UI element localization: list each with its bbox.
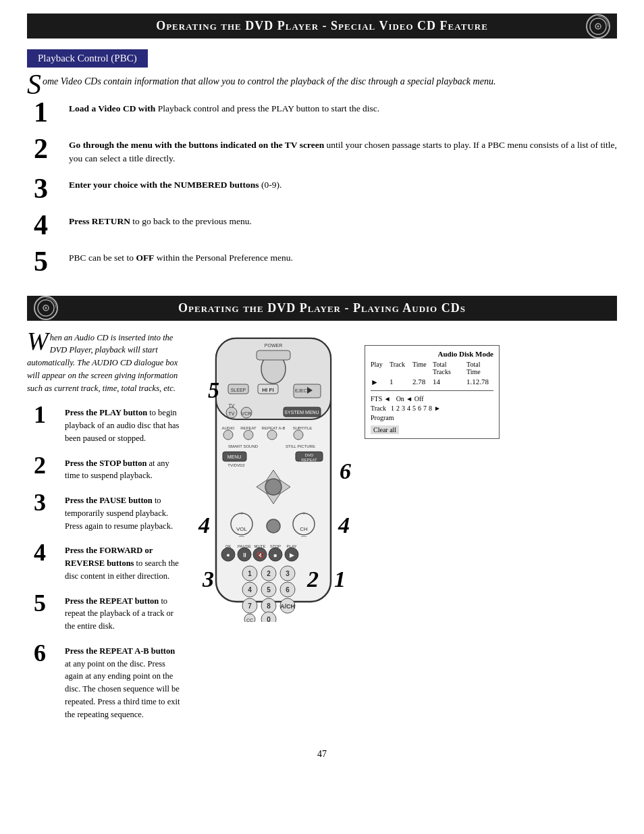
svg-text:REPEAT: REPEAT [240, 426, 257, 430]
svg-text:STILL PICTURE: STILL PICTURE [286, 444, 315, 448]
track-3: 3 [402, 405, 405, 412]
step-2-2: 2 Press the STOP button at any time to s… [34, 453, 182, 483]
svg-text:POWER: POWER [265, 343, 282, 348]
svg-point-32 [244, 430, 253, 440]
svg-text:VCR: VCR [242, 411, 252, 416]
audio-disk-mode-panel: Audio Disk Mode Play Track Time Total Tr… [365, 338, 500, 439]
svg-text:🔇: 🔇 [257, 551, 265, 559]
section2-title: Operating the DVD Player - Playing Audio… [178, 301, 466, 315]
page-number: 47 [27, 749, 617, 760]
page: Operating the DVD Player - Special Video… [0, 0, 644, 834]
clear-all-button[interactable]: Clear all [371, 425, 399, 434]
svg-text:—: — [239, 533, 244, 539]
fts-label: FTS ◄ [371, 395, 391, 402]
svg-text:REPEAT A-B: REPEAT A-B [262, 426, 286, 430]
section1-content: Playback Control (PBC) S ome Video CDs c… [27, 49, 617, 276]
remote-label-4-right: 4 [338, 513, 350, 538]
section1-intro: S ome Video CDs contain information that… [27, 74, 617, 88]
step-bold-1-4: Press RETURN [69, 216, 130, 226]
audio-table-row1: ► 1 2.78 14 1.12.78 [371, 377, 493, 391]
section1-title: Operating the DVD Player - Special Video… [156, 19, 488, 33]
section2-intro: W hen an Audio CD is inserted into the D… [27, 332, 182, 395]
step-text-1-3: Enter your choice with the NUMBERED butt… [69, 174, 281, 192]
program-row: Program [371, 414, 493, 421]
track-1: 1 [391, 405, 394, 412]
track-row: Track 1 2 3 4 5 6 7 8 ► [371, 405, 493, 412]
step-text-2-6: Press the REPEAT A-B button at any point… [65, 641, 182, 721]
remote-svg: POWER SLEEP HI FI EJECT TV TV VCR [196, 332, 351, 622]
section2-left: W hen an Audio CD is inserted into the D… [27, 332, 182, 729]
svg-text:●: ● [226, 552, 230, 558]
track-2: 2 [396, 405, 400, 412]
sub-header-pbc: Playback Control (PBC) [27, 49, 148, 68]
audio-disk-title: Audio Disk Mode [371, 350, 493, 358]
step-1-3: 3 Enter your choice with the NUMBERED bu… [34, 174, 617, 203]
svg-text:6: 6 [286, 586, 290, 594]
svg-text:SLEEP: SLEEP [231, 388, 246, 392]
svg-text:REPEAT: REPEAT [301, 458, 317, 462]
total-time-val: 1.12.78 [466, 377, 493, 388]
svg-point-47 [265, 479, 281, 495]
step-1-2: 2 Go through the menu with the buttons i… [34, 134, 617, 166]
step-num-2-2: 2 [34, 453, 58, 477]
svg-text:■: ■ [274, 552, 277, 558]
step-bold-2-1: Press the PLAY button [65, 408, 147, 417]
step-text-2-1: Press the PLAY button to begin playback … [65, 402, 182, 444]
step-text-1-2: Go through the menu with the buttons ind… [69, 134, 617, 166]
total-tracks-val: 14 [433, 377, 462, 388]
drop-cap-s: S [27, 74, 41, 96]
step-2-5: 5 Press the REPEAT button to repeat the … [34, 591, 182, 633]
svg-text:▶: ▶ [290, 552, 294, 558]
step-bold-2-2: Press the STOP button [65, 459, 146, 468]
section1-steps: 1 Load a Video CD with Playback control … [34, 98, 617, 276]
step-text-2-5: Press the REPEAT button to repeat the pl… [65, 591, 182, 633]
step-1-1: 1 Load a Video CD with Playback control … [34, 98, 617, 126]
svg-text:VOL: VOL [236, 526, 248, 532]
col-total-tracks: Total Tracks [433, 361, 462, 375]
drop-cap-w: W [27, 332, 49, 351]
step-2-4: 4 Press the FORWARD or REVERSE buttons t… [34, 540, 182, 582]
step-bold-1-5: OFF [136, 253, 154, 263]
section2-body: W hen an Audio CD is inserted into the D… [27, 332, 617, 729]
step-2-1: 1 Press the PLAY button to begin playbac… [34, 402, 182, 444]
section1-intro-text: ome Video CDs contain information that a… [43, 76, 495, 86]
svg-rect-11 [257, 350, 290, 360]
step-num-2-4: 4 [34, 540, 58, 565]
svg-point-33 [267, 430, 277, 440]
svg-text:CH: CH [300, 526, 308, 532]
svg-text:SYSTEM MENU: SYSTEM MENU [284, 410, 319, 415]
step-text-2-2: Press the STOP button at any time to sus… [65, 453, 182, 483]
step-text-1-5: PBC can be set to OFF within the Persona… [69, 247, 293, 265]
step-bold-2-3: Press the PAUSE button [65, 496, 153, 505]
step-bold-2-5: Press the REPEAT button [65, 596, 159, 606]
step-bold-1-2: Go through the menu with the buttons ind… [69, 140, 324, 150]
svg-text:1: 1 [248, 570, 252, 577]
remote-label-3: 3 [203, 567, 214, 592]
section2-steps: 1 Press the PLAY button to begin playbac… [34, 402, 182, 721]
step-text-2-3: Press the PAUSE button to temporarily su… [65, 490, 182, 532]
remote-label-2: 2 [307, 567, 319, 592]
svg-text:—: — [301, 533, 306, 539]
svg-text:SUBTITLE: SUBTITLE [293, 426, 313, 430]
svg-text:8: 8 [267, 602, 271, 610]
step-num-1-1: 1 [34, 98, 62, 126]
svg-text:DVD: DVD [305, 453, 314, 457]
step-num-1-2: 2 [34, 134, 62, 163]
step-2-3: 3 Press the PAUSE button to temporarily … [34, 490, 182, 532]
section2-content: W hen an Audio CD is inserted into the D… [27, 332, 617, 729]
svg-point-3 [597, 25, 599, 27]
remote-diagram: POWER SLEEP HI FI EJECT TV TV VCR [196, 332, 351, 625]
step-bold-1-1: Load a Video CD with [69, 103, 155, 113]
svg-text:7: 7 [248, 602, 252, 610]
svg-text:A/CH: A/CH [280, 603, 295, 610]
step-text-1-4: Press RETURN to go back to the previous … [69, 211, 252, 228]
section2-header: Operating the DVD Player - Playing Audio… [27, 296, 617, 321]
track-7: 7 [423, 405, 427, 412]
sub-header-text: Playback Control (PBC) [38, 53, 137, 63]
step-num-2-6: 6 [34, 641, 58, 665]
track-4: 4 [407, 405, 410, 412]
track-val: 1 [390, 377, 408, 388]
step-num-1-5: 5 [34, 247, 62, 276]
svg-text:MENU: MENU [227, 454, 242, 459]
remote-label-6: 6 [340, 459, 351, 484]
